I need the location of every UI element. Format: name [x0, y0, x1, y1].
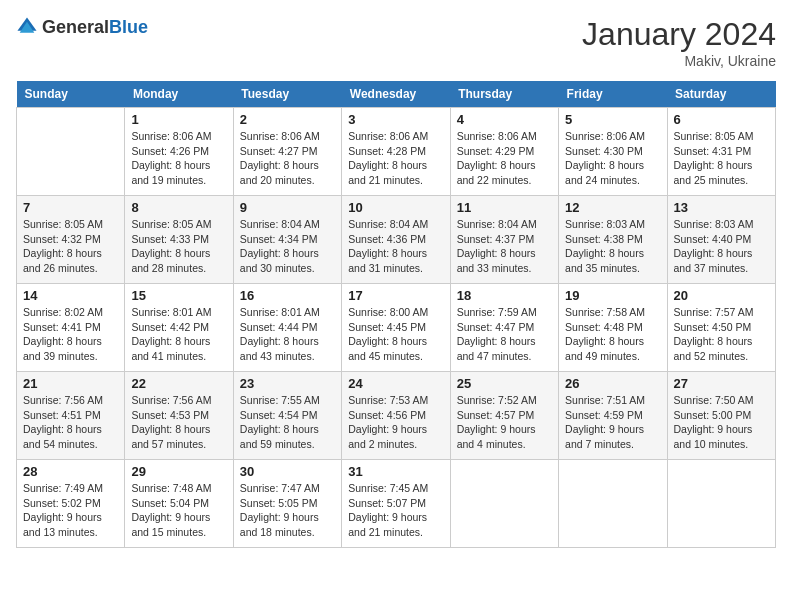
table-row: 25Sunrise: 7:52 AM Sunset: 4:57 PM Dayli… [450, 372, 558, 460]
table-row: 1Sunrise: 8:06 AM Sunset: 4:26 PM Daylig… [125, 108, 233, 196]
cell-day-number: 22 [131, 376, 226, 391]
cell-day-info: Sunrise: 8:04 AM Sunset: 4:36 PM Dayligh… [348, 217, 443, 276]
cell-day-number: 9 [240, 200, 335, 215]
cell-day-number: 8 [131, 200, 226, 215]
cell-day-number: 16 [240, 288, 335, 303]
cell-day-info: Sunrise: 8:04 AM Sunset: 4:34 PM Dayligh… [240, 217, 335, 276]
table-row: 21Sunrise: 7:56 AM Sunset: 4:51 PM Dayli… [17, 372, 125, 460]
table-row [667, 460, 775, 548]
cell-day-number: 3 [348, 112, 443, 127]
cell-day-number: 24 [348, 376, 443, 391]
title-block: January 2024 Makiv, Ukraine [582, 16, 776, 69]
cell-day-number: 31 [348, 464, 443, 479]
cell-day-number: 19 [565, 288, 660, 303]
header-col-tuesday: Tuesday [233, 81, 341, 108]
header-col-sunday: Sunday [17, 81, 125, 108]
page-header: GeneralBlue January 2024 Makiv, Ukraine [16, 16, 776, 69]
cell-day-info: Sunrise: 8:03 AM Sunset: 4:40 PM Dayligh… [674, 217, 769, 276]
cell-day-info: Sunrise: 7:52 AM Sunset: 4:57 PM Dayligh… [457, 393, 552, 452]
table-row: 8Sunrise: 8:05 AM Sunset: 4:33 PM Daylig… [125, 196, 233, 284]
cell-day-number: 13 [674, 200, 769, 215]
cell-day-number: 1 [131, 112, 226, 127]
table-row: 24Sunrise: 7:53 AM Sunset: 4:56 PM Dayli… [342, 372, 450, 460]
cell-day-number: 15 [131, 288, 226, 303]
cell-day-info: Sunrise: 7:55 AM Sunset: 4:54 PM Dayligh… [240, 393, 335, 452]
table-row [559, 460, 667, 548]
cell-day-number: 27 [674, 376, 769, 391]
cell-day-number: 29 [131, 464, 226, 479]
cell-day-info: Sunrise: 7:53 AM Sunset: 4:56 PM Dayligh… [348, 393, 443, 452]
logo: GeneralBlue [16, 16, 148, 38]
logo-text-general: General [42, 17, 109, 37]
cell-day-number: 17 [348, 288, 443, 303]
header-col-saturday: Saturday [667, 81, 775, 108]
cell-day-number: 20 [674, 288, 769, 303]
table-row: 11Sunrise: 8:04 AM Sunset: 4:37 PM Dayli… [450, 196, 558, 284]
cell-day-info: Sunrise: 8:04 AM Sunset: 4:37 PM Dayligh… [457, 217, 552, 276]
cell-day-number: 12 [565, 200, 660, 215]
calendar-table: SundayMondayTuesdayWednesdayThursdayFrid… [16, 81, 776, 548]
cell-day-number: 7 [23, 200, 118, 215]
table-row: 12Sunrise: 8:03 AM Sunset: 4:38 PM Dayli… [559, 196, 667, 284]
table-row: 3Sunrise: 8:06 AM Sunset: 4:28 PM Daylig… [342, 108, 450, 196]
cell-day-info: Sunrise: 8:06 AM Sunset: 4:27 PM Dayligh… [240, 129, 335, 188]
cell-day-number: 28 [23, 464, 118, 479]
cell-day-info: Sunrise: 7:47 AM Sunset: 5:05 PM Dayligh… [240, 481, 335, 540]
table-row [17, 108, 125, 196]
cell-day-info: Sunrise: 8:01 AM Sunset: 4:44 PM Dayligh… [240, 305, 335, 364]
table-row: 7Sunrise: 8:05 AM Sunset: 4:32 PM Daylig… [17, 196, 125, 284]
logo-text-blue: Blue [109, 17, 148, 37]
cell-day-number: 26 [565, 376, 660, 391]
cell-day-info: Sunrise: 7:56 AM Sunset: 4:51 PM Dayligh… [23, 393, 118, 452]
table-row: 31Sunrise: 7:45 AM Sunset: 5:07 PM Dayli… [342, 460, 450, 548]
cell-day-info: Sunrise: 8:05 AM Sunset: 4:31 PM Dayligh… [674, 129, 769, 188]
cell-day-info: Sunrise: 7:49 AM Sunset: 5:02 PM Dayligh… [23, 481, 118, 540]
cell-day-info: Sunrise: 8:02 AM Sunset: 4:41 PM Dayligh… [23, 305, 118, 364]
cell-day-info: Sunrise: 8:00 AM Sunset: 4:45 PM Dayligh… [348, 305, 443, 364]
table-row: 13Sunrise: 8:03 AM Sunset: 4:40 PM Dayli… [667, 196, 775, 284]
cell-day-number: 14 [23, 288, 118, 303]
header-col-friday: Friday [559, 81, 667, 108]
cell-day-number: 6 [674, 112, 769, 127]
calendar-header-row: SundayMondayTuesdayWednesdayThursdayFrid… [17, 81, 776, 108]
cell-day-number: 25 [457, 376, 552, 391]
table-row: 22Sunrise: 7:56 AM Sunset: 4:53 PM Dayli… [125, 372, 233, 460]
cell-day-info: Sunrise: 7:48 AM Sunset: 5:04 PM Dayligh… [131, 481, 226, 540]
table-row: 4Sunrise: 8:06 AM Sunset: 4:29 PM Daylig… [450, 108, 558, 196]
table-row: 23Sunrise: 7:55 AM Sunset: 4:54 PM Dayli… [233, 372, 341, 460]
header-col-monday: Monday [125, 81, 233, 108]
table-row: 26Sunrise: 7:51 AM Sunset: 4:59 PM Dayli… [559, 372, 667, 460]
cell-day-info: Sunrise: 8:06 AM Sunset: 4:30 PM Dayligh… [565, 129, 660, 188]
cell-day-info: Sunrise: 7:45 AM Sunset: 5:07 PM Dayligh… [348, 481, 443, 540]
table-row: 5Sunrise: 8:06 AM Sunset: 4:30 PM Daylig… [559, 108, 667, 196]
table-row: 16Sunrise: 8:01 AM Sunset: 4:44 PM Dayli… [233, 284, 341, 372]
cell-day-info: Sunrise: 7:51 AM Sunset: 4:59 PM Dayligh… [565, 393, 660, 452]
table-row: 17Sunrise: 8:00 AM Sunset: 4:45 PM Dayli… [342, 284, 450, 372]
cell-day-number: 18 [457, 288, 552, 303]
cell-day-info: Sunrise: 8:06 AM Sunset: 4:29 PM Dayligh… [457, 129, 552, 188]
table-row: 20Sunrise: 7:57 AM Sunset: 4:50 PM Dayli… [667, 284, 775, 372]
calendar-week-row: 21Sunrise: 7:56 AM Sunset: 4:51 PM Dayli… [17, 372, 776, 460]
cell-day-number: 2 [240, 112, 335, 127]
table-row: 6Sunrise: 8:05 AM Sunset: 4:31 PM Daylig… [667, 108, 775, 196]
table-row: 2Sunrise: 8:06 AM Sunset: 4:27 PM Daylig… [233, 108, 341, 196]
cell-day-number: 30 [240, 464, 335, 479]
month-title: January 2024 [582, 16, 776, 53]
cell-day-number: 21 [23, 376, 118, 391]
cell-day-info: Sunrise: 7:56 AM Sunset: 4:53 PM Dayligh… [131, 393, 226, 452]
cell-day-info: Sunrise: 8:05 AM Sunset: 4:33 PM Dayligh… [131, 217, 226, 276]
logo-icon [16, 16, 38, 38]
cell-day-info: Sunrise: 8:06 AM Sunset: 4:26 PM Dayligh… [131, 129, 226, 188]
cell-day-number: 23 [240, 376, 335, 391]
header-col-thursday: Thursday [450, 81, 558, 108]
cell-day-number: 10 [348, 200, 443, 215]
calendar-week-row: 1Sunrise: 8:06 AM Sunset: 4:26 PM Daylig… [17, 108, 776, 196]
table-row: 28Sunrise: 7:49 AM Sunset: 5:02 PM Dayli… [17, 460, 125, 548]
table-row: 19Sunrise: 7:58 AM Sunset: 4:48 PM Dayli… [559, 284, 667, 372]
cell-day-info: Sunrise: 8:01 AM Sunset: 4:42 PM Dayligh… [131, 305, 226, 364]
cell-day-number: 11 [457, 200, 552, 215]
table-row: 27Sunrise: 7:50 AM Sunset: 5:00 PM Dayli… [667, 372, 775, 460]
table-row: 30Sunrise: 7:47 AM Sunset: 5:05 PM Dayli… [233, 460, 341, 548]
calendar-week-row: 7Sunrise: 8:05 AM Sunset: 4:32 PM Daylig… [17, 196, 776, 284]
table-row: 18Sunrise: 7:59 AM Sunset: 4:47 PM Dayli… [450, 284, 558, 372]
